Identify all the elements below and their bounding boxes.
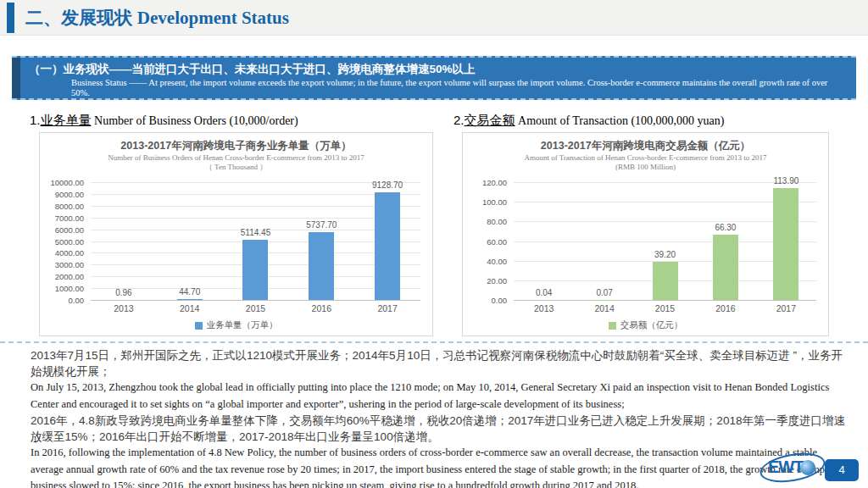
chart-legend: 交易额（亿元） [463,319,828,331]
transaction-chart-subtitle: Amount of Transaction of Henan Cross-bor… [463,153,828,163]
bar [177,299,203,300]
orders-chart-title: 2013-2017年河南跨境电子商务业务单量（万单） [40,139,432,153]
paragraph-1-cn: 2013年7月15日，郑州开国际之先，正式以1210模式开展业务；2014年5月… [31,347,849,380]
body-text: 2013年7月15日，郑州开国际之先，正式以1210模式开展业务；2014年5月… [31,347,849,488]
bar-slot: 5114.45 [223,182,289,300]
bar-value-label: 9128.70 [372,180,403,190]
y-tick-label: 4000.00 [55,248,84,258]
page-number-badge: 4 [825,459,859,481]
bar-value-label: 5114.45 [241,228,270,237]
plot-column: 0.040.0739.2066.30113.90 201320142015201… [514,182,816,313]
x-tick-label: 2013 [91,303,157,313]
bar-slot: 113.90 [756,182,816,300]
bar-slot: 5737.70 [288,182,354,300]
globe-icon [800,460,815,475]
y-tick-label: 5000.00 [55,236,84,246]
section-1-number: 1. [30,113,41,127]
x-tick-label: 2014 [157,303,223,313]
x-tick-label: 2016 [288,303,354,313]
slide: 二、发展现状 Development Status （一）业务现状——当前进口大… [0,0,868,488]
page-title-cn: 二、发展现状 [25,8,132,27]
page-title-en: Development Status [137,8,289,28]
x-tick-label: 2016 [695,303,755,313]
paragraph-1-en: On July 15, 2013, Zhengzhou took the glo… [31,380,849,413]
legend-label: 业务单量（万单） [207,319,278,331]
orders-chart-unit: （ Ten Thousand ） [40,163,432,172]
banner-subtitle-en: Business Status —— At present, the impor… [12,77,856,99]
bar-slot: 0.04 [514,182,574,300]
y-tick-label: 2000.00 [55,272,84,281]
x-tick-label: 2015 [223,303,289,313]
section-2-label-en: Amount of Transaction (100,000,000 yuan) [515,114,725,127]
section-2-label: 2.交易金额 Amount of Transaction (100,000,00… [453,113,829,132]
bar-slot: 66.30 [695,182,755,300]
section-1-label-cn: 业务单量 [41,113,92,127]
y-tick-label: 6000.00 [55,225,84,234]
y-axis: 0.0020.0040.0060.0080.00100.00120.00 [466,182,514,301]
plot-column: 0.9644.705114.455737.709128.70 201320142… [91,182,420,313]
y-tick-label: 8000.00 [55,201,84,210]
bar-value-label: 66.30 [715,223,736,232]
section-business-orders: 1.业务单量 Number of Business Orders (10,000… [30,113,433,336]
legend-label: 交易额（亿元） [620,319,683,331]
chart-legend: 业务单量（万单） [40,319,432,331]
bar [773,188,798,300]
legend-swatch [195,322,203,330]
y-tick-label: 9000.00 [55,189,84,198]
y-tick-label: 10000.00 [50,178,84,187]
dashed-separator [0,341,868,343]
y-tick-label: 40.00 [487,256,507,265]
x-axis: 20132014201520162017 [91,303,420,313]
x-tick-label: 2017 [354,303,420,313]
y-tick-label: 120.00 [482,178,507,187]
logo-text: EWT [768,458,803,477]
y-tick-label: 60.00 [487,236,507,246]
section-1-label: 1.业务单量 Number of Business Orders (10,000… [30,113,433,132]
orders-chart-area: 0.001000.002000.003000.004000.005000.006… [43,182,420,313]
bar-slot: 9128.70 [354,182,420,300]
section-transaction-amount: 2.交易金额 Amount of Transaction (100,000,00… [453,113,829,336]
paragraph-2-en: In 2016, following the implementation of… [31,445,849,488]
y-tick-label: 20.00 [487,275,507,285]
y-tick-label: 3000.00 [55,260,84,269]
y-tick-label: 0.00 [492,296,508,305]
x-tick-label: 2017 [756,303,816,313]
bar [375,192,400,300]
legend-swatch [609,322,616,330]
bar-value-label: 44.70 [179,287,200,297]
transaction-chart-title: 2013-2017年河南跨境电商交易金额（亿元） [463,139,828,153]
x-tick-label: 2014 [574,303,634,313]
bar-value-label: 0.04 [536,288,552,297]
page-title: 二、发展现状 Development Status [25,6,289,30]
bar-slot: 0.96 [91,182,157,300]
bar-slot: 0.07 [574,182,634,300]
bar-slot: 44.70 [157,182,223,300]
orders-chart-subtitle: Number of Business Orders of Henan Cross… [40,153,432,163]
header-accent-bar [7,3,14,33]
slide-header: 二、发展现状 Development Status [0,0,868,36]
bar-value-label: 39.20 [654,250,676,259]
bar-value-label: 5737.70 [306,220,337,230]
ewto-logo: EWT [765,455,821,480]
transaction-chart-area: 0.0020.0040.0060.0080.00100.00120.00 0.0… [466,182,816,313]
y-tick-label: 0.00 [69,296,85,305]
bar-slot: 39.20 [635,182,695,300]
plot-area: 0.9644.705114.455737.709128.70 [91,182,420,301]
bar [713,235,738,300]
bar [653,262,678,300]
section-2-label-cn: 交易金额 [465,113,515,127]
bar-value-label: 0.07 [596,288,612,297]
bar [309,232,334,300]
y-tick-label: 80.00 [487,217,507,226]
section-2-number: 2. [453,113,465,127]
transaction-chart-unit: (RMB 100 Million) [463,163,828,172]
plot-area: 0.040.0739.2066.30113.90 [514,182,816,301]
bar-value-label: 113.90 [773,176,798,186]
transaction-chart: 2013-2017年河南跨境电商交易金额（亿元） Amount of Trans… [462,132,829,336]
status-banner: （一）业务现状——当前进口大于出口、未来出口大于进口、跨境电商整体增速50%以上… [12,56,856,100]
x-axis: 20132014201520162017 [514,303,816,313]
section-1-label-en: Number of Business Orders (10,000/order) [92,114,298,127]
paragraph-2-cn: 2016年，4.8新政导致跨境电商业务单量整体下降，交易额年均60%平稳递增，税… [31,413,849,445]
y-tick-label: 1000.00 [55,284,84,293]
x-tick-label: 2015 [635,303,695,313]
